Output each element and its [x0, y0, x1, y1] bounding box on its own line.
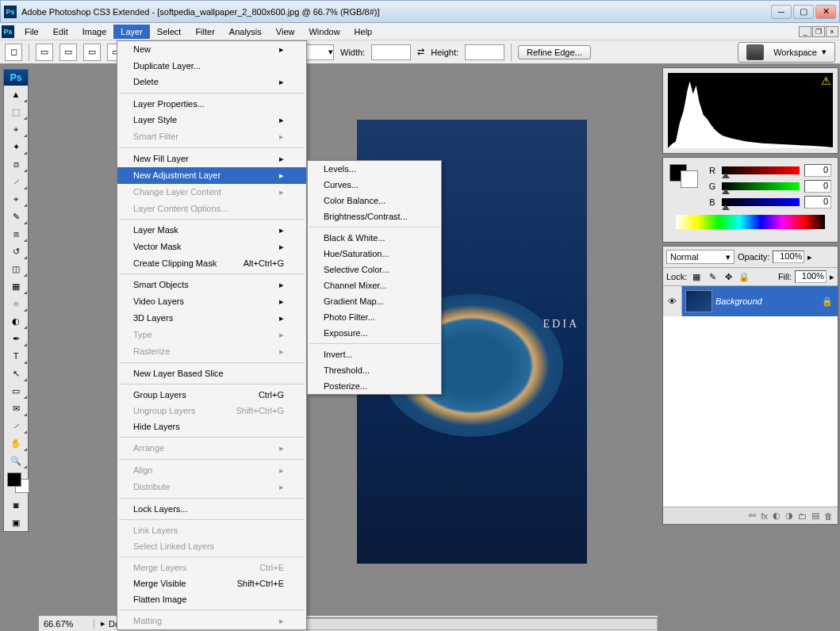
- move-tool[interactable]: ▲: [4, 86, 28, 103]
- visibility-icon[interactable]: 👁: [663, 286, 682, 316]
- menu-file[interactable]: File: [17, 25, 46, 39]
- status-arrow-icon[interactable]: ▸: [101, 618, 105, 629]
- menu-item-channel-mixer[interactable]: Channel Mixer...: [308, 277, 441, 293]
- subtract-selection-icon[interactable]: ▭: [83, 44, 101, 61]
- wand-tool[interactable]: ✦: [4, 138, 28, 155]
- pen-tool[interactable]: ✒: [4, 330, 28, 347]
- warning-icon[interactable]: ⚠: [821, 75, 831, 87]
- menu-item-new-fill-layer[interactable]: New Fill Layer▸: [117, 151, 306, 167]
- fill-input[interactable]: 100%: [795, 270, 827, 283]
- menu-item-selective-color[interactable]: Selective Color...: [308, 262, 441, 277]
- stamp-tool[interactable]: ⧆: [4, 225, 28, 243]
- lock-position-icon[interactable]: ✥: [722, 270, 735, 283]
- height-input[interactable]: [465, 44, 504, 60]
- menu-item-levels[interactable]: Levels...: [308, 161, 441, 177]
- type-tool[interactable]: T: [4, 347, 28, 365]
- menu-filter[interactable]: Filter: [188, 25, 221, 39]
- minimize-button[interactable]: ─: [771, 5, 792, 19]
- screenmode-icon[interactable]: ▣: [4, 514, 28, 531]
- menu-item-curves[interactable]: Curves...: [308, 177, 441, 193]
- zoom-level[interactable]: 66.67%: [39, 619, 94, 629]
- menu-item-new-adjustment-layer[interactable]: New Adjustment Layer▸: [117, 167, 306, 184]
- link-layers-icon[interactable]: ⚯: [749, 511, 756, 521]
- workspace-button[interactable]: Workspace ▾: [738, 42, 835, 63]
- layer-name[interactable]: Background: [715, 296, 822, 306]
- hand-tool[interactable]: ✋: [4, 434, 28, 452]
- lock-pixels-icon[interactable]: ✎: [706, 270, 719, 283]
- new-layer-icon[interactable]: ▤: [811, 511, 819, 521]
- eraser-tool[interactable]: ◫: [4, 260, 28, 277]
- opacity-flyout-icon[interactable]: ▸: [807, 252, 812, 262]
- notes-tool[interactable]: ✉: [4, 400, 28, 417]
- spectrum-ramp[interactable]: [676, 215, 825, 229]
- menu-item-group-layers[interactable]: Group LayersCtrl+G: [117, 387, 306, 403]
- menu-select[interactable]: Select: [150, 25, 189, 39]
- channel-g-value[interactable]: 0: [804, 180, 831, 193]
- menu-help[interactable]: Help: [347, 25, 380, 39]
- swap-dims-icon[interactable]: ⇄: [417, 47, 424, 57]
- refine-edge-button[interactable]: Refine Edge...: [518, 45, 591, 59]
- menu-item-3d-layers[interactable]: 3D Layers▸: [117, 310, 306, 327]
- menu-image[interactable]: Image: [75, 25, 114, 39]
- maximize-button[interactable]: ▢: [793, 5, 814, 19]
- gradient-tool[interactable]: ▦: [4, 277, 28, 295]
- width-input[interactable]: [371, 44, 411, 60]
- menu-item-posterize[interactable]: Posterize...: [308, 378, 441, 394]
- dodge-tool[interactable]: ◐: [4, 312, 28, 330]
- channel-r-slider[interactable]: [722, 166, 800, 174]
- menu-item-color-balance[interactable]: Color Balance...: [308, 193, 441, 208]
- blur-tool[interactable]: ○: [4, 295, 28, 312]
- menu-item-new-layer-based-slice[interactable]: New Layer Based Slice: [117, 365, 306, 381]
- channel-g-slider[interactable]: [722, 182, 800, 190]
- menu-analysis[interactable]: Analysis: [222, 25, 269, 39]
- menu-item-hue-saturation[interactable]: Hue/Saturation...: [308, 246, 441, 262]
- quickmask-icon[interactable]: ◙: [4, 496, 28, 514]
- menu-item-black-white[interactable]: Black & White...: [308, 230, 441, 246]
- menu-item-hide-layers[interactable]: Hide Layers: [117, 419, 306, 434]
- history-tool[interactable]: ↺: [4, 243, 28, 260]
- layer-row[interactable]: 👁 Background 🔒: [663, 286, 838, 316]
- app-menu-icon[interactable]: Ps: [2, 25, 14, 38]
- heal-tool[interactable]: ⌖: [4, 190, 28, 208]
- fill-flyout-icon[interactable]: ▸: [830, 272, 834, 282]
- menu-item-delete[interactable]: Delete▸: [117, 74, 306, 90]
- adjustment-layer-icon[interactable]: ◑: [785, 511, 793, 521]
- lock-all-icon[interactable]: 🔒: [738, 270, 750, 283]
- blend-mode-combo[interactable]: Normal▾: [666, 250, 735, 264]
- path-tool[interactable]: ↖: [4, 365, 28, 382]
- lock-transparent-icon[interactable]: ▦: [690, 270, 703, 283]
- menu-item-photo-filter[interactable]: Photo Filter...: [308, 309, 441, 325]
- menu-item-layer-style[interactable]: Layer Style▸: [117, 112, 306, 128]
- zoom-tool[interactable]: 🔍: [4, 452, 28, 469]
- crop-tool[interactable]: ⧈: [4, 155, 28, 173]
- shape-tool[interactable]: ▭: [4, 382, 28, 400]
- menu-item-exposure[interactable]: Exposure...: [308, 325, 441, 341]
- menu-item-lock-layers[interactable]: Lock Layers...: [117, 501, 306, 517]
- menu-item-smart-objects[interactable]: Smart Objects▸: [117, 277, 306, 293]
- menu-item-flatten-image[interactable]: Flatten Image: [117, 591, 306, 607]
- close-button[interactable]: ✕: [815, 5, 836, 19]
- menu-item-brightness-contrast[interactable]: Brightness/Contrast...: [308, 208, 441, 224]
- menu-item-video-layers[interactable]: Video Layers▸: [117, 293, 306, 310]
- new-group-icon[interactable]: 🗀: [798, 511, 807, 521]
- menu-window[interactable]: Window: [301, 25, 347, 39]
- delete-layer-icon[interactable]: 🗑: [824, 511, 833, 521]
- menu-item-create-clipping-mask[interactable]: Create Clipping MaskAlt+Ctrl+G: [117, 255, 306, 271]
- menu-item-layer-mask[interactable]: Layer Mask▸: [117, 222, 306, 239]
- layer-thumbnail[interactable]: [685, 290, 712, 312]
- lasso-tool[interactable]: ⌖: [4, 120, 28, 138]
- new-selection-icon[interactable]: ▭: [36, 44, 53, 61]
- menu-item-duplicate-layer[interactable]: Duplicate Layer...: [117, 58, 306, 74]
- opacity-input[interactable]: 100%: [773, 250, 804, 263]
- menu-item-vector-mask[interactable]: Vector Mask▸: [117, 239, 306, 255]
- channel-r-value[interactable]: 0: [804, 164, 831, 177]
- menu-item-layer-properties[interactable]: Layer Properties...: [117, 96, 306, 112]
- toolbox-header-icon[interactable]: Ps: [4, 70, 28, 86]
- mdi-minimize-button[interactable]: _: [799, 26, 811, 37]
- menu-item-new[interactable]: New▸: [117, 41, 306, 58]
- eyedrop-tool[interactable]: ⟋: [4, 417, 28, 434]
- layer-mask-icon[interactable]: ◐: [773, 511, 781, 521]
- slice-tool[interactable]: ⟋: [4, 173, 28, 190]
- mdi-close-button[interactable]: ×: [826, 26, 838, 37]
- layer-style-icon[interactable]: fx: [761, 511, 768, 521]
